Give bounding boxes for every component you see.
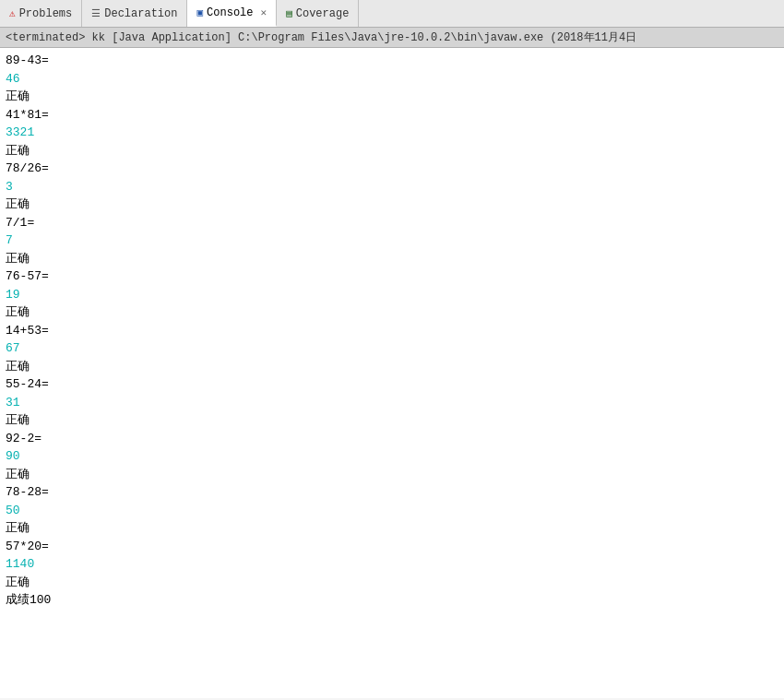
console-line: 92-2= xyxy=(6,430,778,448)
console-close-icon[interactable]: ✕ xyxy=(261,6,267,18)
console-line: 41*81= xyxy=(6,106,778,125)
console-tab-label: Console xyxy=(207,6,253,19)
problems-tab-icon: ⚠ xyxy=(9,7,16,19)
console-line: 78/26= xyxy=(6,160,778,178)
tab-console[interactable]: ▣Console✕ xyxy=(187,0,277,27)
console-line: 7/1= xyxy=(6,214,778,232)
tab-coverage[interactable]: ▤Coverage xyxy=(277,0,359,27)
console-line: 57*20= xyxy=(6,538,778,556)
console-line: 3 xyxy=(6,178,778,196)
console-line: 正确 xyxy=(6,88,778,106)
console-line: 正确 xyxy=(6,574,778,592)
declaration-tab-icon: ☰ xyxy=(91,7,101,19)
console-line: 78-28= xyxy=(6,483,778,502)
console-line: 19 xyxy=(6,286,778,304)
console-line: 31 xyxy=(6,394,778,412)
console-line: 14+53= xyxy=(6,322,778,340)
console-line: 1140 xyxy=(6,555,778,574)
console-line: 正确 xyxy=(6,519,778,538)
console-line: 正确 xyxy=(6,196,778,214)
console-line: 3321 xyxy=(6,124,778,142)
tab-bar: ⚠Problems☰Declaration▣Console✕▤Coverage xyxy=(0,0,784,28)
console-line: 67 xyxy=(6,339,778,358)
console-line: 7 xyxy=(6,231,778,250)
console-line: 46 xyxy=(6,70,778,89)
console-line: 正确 xyxy=(6,142,778,160)
console-line: 55-24= xyxy=(6,375,778,394)
console-line: 正确 xyxy=(6,411,778,430)
problems-tab-label: Problems xyxy=(19,7,73,20)
console-output[interactable]: 89-43=46正确41*81=3321正确78/26=3正确7/1=7正确76… xyxy=(0,48,784,698)
declaration-tab-label: Declaration xyxy=(104,7,177,20)
console-line: 正确 xyxy=(6,250,778,268)
console-line: 89-43= xyxy=(6,52,778,70)
console-line: 76-57= xyxy=(6,267,778,286)
tab-declaration[interactable]: ☰Declaration xyxy=(82,0,187,27)
status-bar: <terminated> kk [Java Application] C:\Pr… xyxy=(0,28,784,48)
console-line: 90 xyxy=(6,447,778,466)
console-line: 成绩100 xyxy=(6,591,778,610)
status-text: <terminated> kk [Java Application] C:\Pr… xyxy=(6,31,636,44)
coverage-tab-icon: ▤ xyxy=(286,7,292,19)
console-line: 50 xyxy=(6,502,778,520)
console-line: 正确 xyxy=(6,358,778,376)
coverage-tab-label: Coverage xyxy=(296,7,350,20)
console-tab-icon: ▣ xyxy=(196,6,203,18)
tab-problems[interactable]: ⚠Problems xyxy=(0,0,82,27)
console-line: 正确 xyxy=(6,466,778,484)
console-line: 正确 xyxy=(6,303,778,322)
